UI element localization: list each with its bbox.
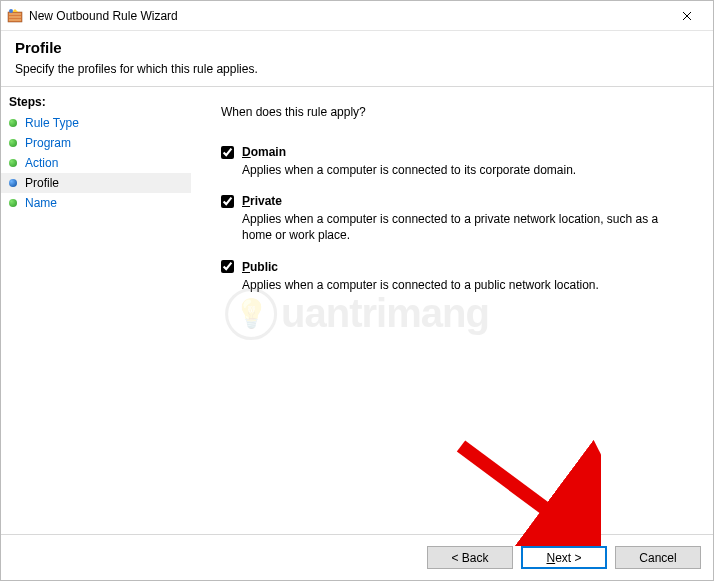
profile-label[interactable]: Domain — [242, 145, 286, 159]
option-row: Private — [221, 194, 689, 208]
profile-description: Applies when a computer is connected to … — [242, 277, 682, 293]
wizard-content: When does this rule apply? DomainApplies… — [191, 86, 713, 568]
step-rule-type[interactable]: Rule Type — [1, 113, 191, 133]
profile-option: DomainApplies when a computer is connect… — [221, 145, 689, 178]
back-button[interactable]: < Back — [427, 546, 513, 569]
step-label: Rule Type — [25, 116, 79, 130]
close-button[interactable] — [667, 2, 707, 30]
step-label: Name — [25, 196, 57, 210]
profile-option: PublicApplies when a computer is connect… — [221, 260, 689, 293]
svg-rect-2 — [9, 16, 21, 18]
profile-label[interactable]: Private — [242, 194, 282, 208]
profile-description: Applies when a computer is connected to … — [242, 162, 682, 178]
step-bullet-icon — [9, 179, 17, 187]
step-profile: Profile — [1, 173, 191, 193]
title-bar: New Outbound Rule Wizard — [1, 1, 713, 31]
next-button-label: Next > — [546, 551, 581, 565]
svg-rect-1 — [9, 13, 21, 15]
steps-heading: Steps: — [1, 91, 191, 113]
svg-rect-3 — [9, 19, 21, 21]
app-icon — [7, 8, 23, 24]
steps-sidebar: Steps: Rule TypeProgramActionProfileName — [1, 86, 191, 568]
wizard-header: Profile Specify the profiles for which t… — [1, 31, 713, 86]
page-description: Specify the profiles for which this rule… — [15, 62, 699, 76]
profile-option: PrivateApplies when a computer is connec… — [221, 194, 689, 243]
step-bullet-icon — [9, 199, 17, 207]
option-row: Domain — [221, 145, 689, 159]
profile-checkbox[interactable] — [221, 195, 234, 208]
next-button[interactable]: Next > — [521, 546, 607, 569]
profile-label[interactable]: Public — [242, 260, 278, 274]
profile-description: Applies when a computer is connected to … — [242, 211, 682, 243]
step-action[interactable]: Action — [1, 153, 191, 173]
step-bullet-icon — [9, 139, 17, 147]
svg-point-4 — [9, 9, 13, 13]
page-title: Profile — [15, 39, 699, 56]
window-title: New Outbound Rule Wizard — [29, 9, 667, 23]
step-program[interactable]: Program — [1, 133, 191, 153]
step-bullet-icon — [9, 159, 17, 167]
profile-checkbox[interactable] — [221, 260, 234, 273]
step-name[interactable]: Name — [1, 193, 191, 213]
cancel-button[interactable]: Cancel — [615, 546, 701, 569]
wizard-footer: < Back Next > Cancel — [1, 534, 713, 580]
step-label: Profile — [25, 176, 59, 190]
profile-checkbox[interactable] — [221, 146, 234, 159]
question-text: When does this rule apply? — [221, 105, 689, 119]
step-label: Program — [25, 136, 71, 150]
step-label: Action — [25, 156, 58, 170]
step-bullet-icon — [9, 119, 17, 127]
option-row: Public — [221, 260, 689, 274]
